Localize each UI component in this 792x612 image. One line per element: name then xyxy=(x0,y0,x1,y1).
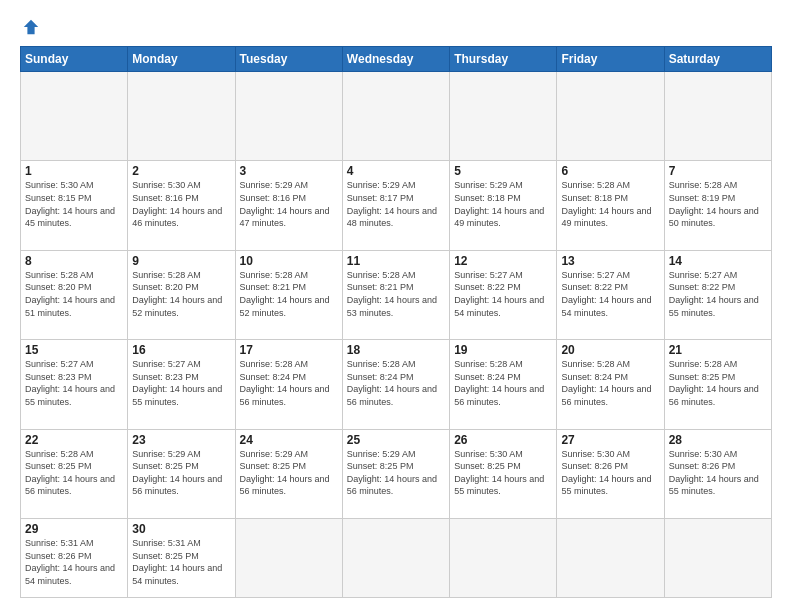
day-number: 17 xyxy=(240,343,338,357)
calendar-cell xyxy=(450,519,557,598)
day-info: Sunrise: 5:30 AMSunset: 8:16 PMDaylight:… xyxy=(132,180,222,228)
calendar-cell: 10 Sunrise: 5:28 AMSunset: 8:21 PMDaylig… xyxy=(235,250,342,339)
calendar-cell: 8 Sunrise: 5:28 AMSunset: 8:20 PMDayligh… xyxy=(21,250,128,339)
day-number: 26 xyxy=(454,433,552,447)
day-info: Sunrise: 5:29 AMSunset: 8:25 PMDaylight:… xyxy=(240,449,330,497)
calendar-cell: 29 Sunrise: 5:31 AMSunset: 8:26 PMDaylig… xyxy=(21,519,128,598)
day-number: 16 xyxy=(132,343,230,357)
day-info: Sunrise: 5:29 AMSunset: 8:16 PMDaylight:… xyxy=(240,180,330,228)
day-number: 5 xyxy=(454,164,552,178)
day-number: 29 xyxy=(25,522,123,536)
calendar-cell: 3 Sunrise: 5:29 AMSunset: 8:16 PMDayligh… xyxy=(235,161,342,250)
day-info: Sunrise: 5:31 AMSunset: 8:25 PMDaylight:… xyxy=(132,538,222,586)
logo-icon xyxy=(22,18,40,36)
calendar-header-wednesday: Wednesday xyxy=(342,47,449,72)
calendar-week-row: 15 Sunrise: 5:27 AMSunset: 8:23 PMDaylig… xyxy=(21,340,772,429)
calendar-cell: 24 Sunrise: 5:29 AMSunset: 8:25 PMDaylig… xyxy=(235,429,342,518)
day-number: 10 xyxy=(240,254,338,268)
day-info: Sunrise: 5:28 AMSunset: 8:24 PMDaylight:… xyxy=(561,359,651,407)
calendar-week-row: 8 Sunrise: 5:28 AMSunset: 8:20 PMDayligh… xyxy=(21,250,772,339)
day-info: Sunrise: 5:28 AMSunset: 8:24 PMDaylight:… xyxy=(347,359,437,407)
calendar-cell: 26 Sunrise: 5:30 AMSunset: 8:25 PMDaylig… xyxy=(450,429,557,518)
calendar-week-row xyxy=(21,72,772,161)
day-info: Sunrise: 5:27 AMSunset: 8:23 PMDaylight:… xyxy=(132,359,222,407)
calendar-cell: 16 Sunrise: 5:27 AMSunset: 8:23 PMDaylig… xyxy=(128,340,235,429)
calendar-cell: 6 Sunrise: 5:28 AMSunset: 8:18 PMDayligh… xyxy=(557,161,664,250)
calendar-cell: 7 Sunrise: 5:28 AMSunset: 8:19 PMDayligh… xyxy=(664,161,771,250)
day-info: Sunrise: 5:28 AMSunset: 8:18 PMDaylight:… xyxy=(561,180,651,228)
day-number: 27 xyxy=(561,433,659,447)
calendar-header-tuesday: Tuesday xyxy=(235,47,342,72)
calendar-cell: 17 Sunrise: 5:28 AMSunset: 8:24 PMDaylig… xyxy=(235,340,342,429)
calendar-cell: 12 Sunrise: 5:27 AMSunset: 8:22 PMDaylig… xyxy=(450,250,557,339)
calendar-cell xyxy=(342,72,449,161)
calendar-cell xyxy=(21,72,128,161)
day-info: Sunrise: 5:28 AMSunset: 8:25 PMDaylight:… xyxy=(669,359,759,407)
calendar-cell xyxy=(450,72,557,161)
day-number: 24 xyxy=(240,433,338,447)
day-number: 18 xyxy=(347,343,445,357)
calendar-cell xyxy=(128,72,235,161)
header xyxy=(20,18,772,36)
calendar-week-row: 22 Sunrise: 5:28 AMSunset: 8:25 PMDaylig… xyxy=(21,429,772,518)
calendar-week-row: 29 Sunrise: 5:31 AMSunset: 8:26 PMDaylig… xyxy=(21,519,772,598)
calendar-cell: 4 Sunrise: 5:29 AMSunset: 8:17 PMDayligh… xyxy=(342,161,449,250)
calendar-cell xyxy=(664,519,771,598)
day-number: 7 xyxy=(669,164,767,178)
calendar-cell xyxy=(235,72,342,161)
day-number: 2 xyxy=(132,164,230,178)
day-info: Sunrise: 5:28 AMSunset: 8:24 PMDaylight:… xyxy=(454,359,544,407)
day-number: 28 xyxy=(669,433,767,447)
calendar-cell: 11 Sunrise: 5:28 AMSunset: 8:21 PMDaylig… xyxy=(342,250,449,339)
day-number: 1 xyxy=(25,164,123,178)
day-info: Sunrise: 5:29 AMSunset: 8:25 PMDaylight:… xyxy=(132,449,222,497)
day-number: 14 xyxy=(669,254,767,268)
calendar: SundayMondayTuesdayWednesdayThursdayFrid… xyxy=(20,46,772,598)
day-info: Sunrise: 5:30 AMSunset: 8:26 PMDaylight:… xyxy=(561,449,651,497)
calendar-cell xyxy=(235,519,342,598)
day-info: Sunrise: 5:28 AMSunset: 8:21 PMDaylight:… xyxy=(347,270,437,318)
day-number: 12 xyxy=(454,254,552,268)
day-number: 15 xyxy=(25,343,123,357)
day-number: 3 xyxy=(240,164,338,178)
calendar-cell xyxy=(664,72,771,161)
day-number: 30 xyxy=(132,522,230,536)
calendar-cell: 25 Sunrise: 5:29 AMSunset: 8:25 PMDaylig… xyxy=(342,429,449,518)
calendar-header-thursday: Thursday xyxy=(450,47,557,72)
logo xyxy=(20,18,40,36)
calendar-cell xyxy=(342,519,449,598)
day-info: Sunrise: 5:27 AMSunset: 8:22 PMDaylight:… xyxy=(561,270,651,318)
day-info: Sunrise: 5:28 AMSunset: 8:20 PMDaylight:… xyxy=(25,270,115,318)
calendar-cell: 19 Sunrise: 5:28 AMSunset: 8:24 PMDaylig… xyxy=(450,340,557,429)
day-info: Sunrise: 5:27 AMSunset: 8:23 PMDaylight:… xyxy=(25,359,115,407)
day-info: Sunrise: 5:28 AMSunset: 8:21 PMDaylight:… xyxy=(240,270,330,318)
day-info: Sunrise: 5:29 AMSunset: 8:18 PMDaylight:… xyxy=(454,180,544,228)
calendar-cell: 14 Sunrise: 5:27 AMSunset: 8:22 PMDaylig… xyxy=(664,250,771,339)
day-number: 25 xyxy=(347,433,445,447)
day-info: Sunrise: 5:31 AMSunset: 8:26 PMDaylight:… xyxy=(25,538,115,586)
calendar-header-saturday: Saturday xyxy=(664,47,771,72)
calendar-header-row: SundayMondayTuesdayWednesdayThursdayFrid… xyxy=(21,47,772,72)
day-number: 8 xyxy=(25,254,123,268)
day-number: 20 xyxy=(561,343,659,357)
day-info: Sunrise: 5:28 AMSunset: 8:20 PMDaylight:… xyxy=(132,270,222,318)
day-info: Sunrise: 5:28 AMSunset: 8:19 PMDaylight:… xyxy=(669,180,759,228)
calendar-cell: 20 Sunrise: 5:28 AMSunset: 8:24 PMDaylig… xyxy=(557,340,664,429)
calendar-header-friday: Friday xyxy=(557,47,664,72)
day-info: Sunrise: 5:28 AMSunset: 8:24 PMDaylight:… xyxy=(240,359,330,407)
calendar-cell: 5 Sunrise: 5:29 AMSunset: 8:18 PMDayligh… xyxy=(450,161,557,250)
day-number: 4 xyxy=(347,164,445,178)
day-number: 9 xyxy=(132,254,230,268)
day-info: Sunrise: 5:30 AMSunset: 8:15 PMDaylight:… xyxy=(25,180,115,228)
calendar-cell: 2 Sunrise: 5:30 AMSunset: 8:16 PMDayligh… xyxy=(128,161,235,250)
calendar-cell: 1 Sunrise: 5:30 AMSunset: 8:15 PMDayligh… xyxy=(21,161,128,250)
page: SundayMondayTuesdayWednesdayThursdayFrid… xyxy=(0,0,792,612)
day-number: 11 xyxy=(347,254,445,268)
day-number: 6 xyxy=(561,164,659,178)
calendar-cell: 15 Sunrise: 5:27 AMSunset: 8:23 PMDaylig… xyxy=(21,340,128,429)
day-number: 13 xyxy=(561,254,659,268)
day-number: 21 xyxy=(669,343,767,357)
day-info: Sunrise: 5:30 AMSunset: 8:25 PMDaylight:… xyxy=(454,449,544,497)
calendar-cell: 9 Sunrise: 5:28 AMSunset: 8:20 PMDayligh… xyxy=(128,250,235,339)
day-info: Sunrise: 5:29 AMSunset: 8:17 PMDaylight:… xyxy=(347,180,437,228)
